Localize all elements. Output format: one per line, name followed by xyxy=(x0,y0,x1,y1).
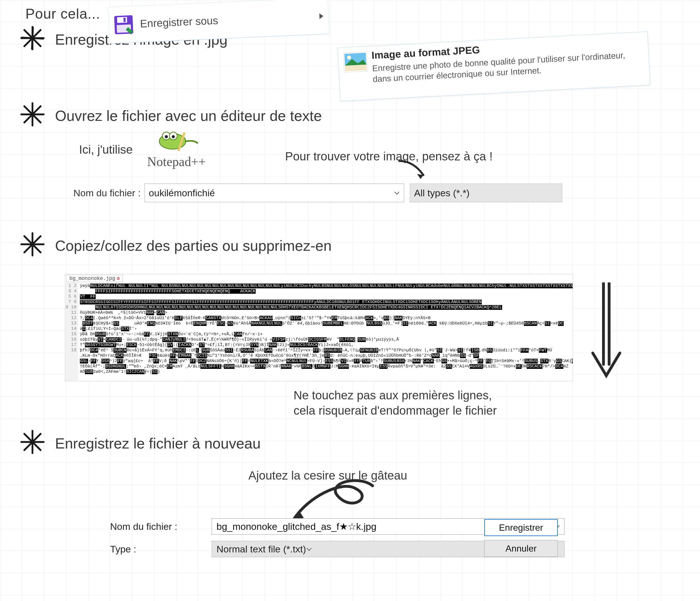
editor-warning-1: Ne touchez pas aux premières lignes, xyxy=(294,389,492,402)
filetype-select[interactable]: All types (*.*) xyxy=(410,184,562,202)
close-tab-icon[interactable]: ⊠ xyxy=(117,275,120,281)
loop-arrow-icon xyxy=(285,477,381,523)
save-type-value: Normal text file (*.txt) xyxy=(217,544,306,555)
editor-tab[interactable]: bg_mononoke.jpg ⊠ xyxy=(66,275,123,282)
type-hint-text: Pour trouver votre image, pensez à ça ! xyxy=(285,150,493,163)
chevron-down-icon xyxy=(306,544,312,555)
bullet-star-icon xyxy=(20,25,45,51)
jpeg-thumb-icon xyxy=(343,51,368,72)
hint-arrow-icon xyxy=(397,158,430,184)
npp-intro-text: Ici, j'utilise xyxy=(79,143,133,157)
bullet-star-icon xyxy=(20,102,45,127)
down-arrow-icon xyxy=(590,283,624,379)
editor-tab-label: bg_mononoke.jpg xyxy=(70,275,115,281)
intro-text: Pour cela... xyxy=(25,6,100,22)
submenu-arrow-icon xyxy=(319,13,323,19)
step-2-text: Ouvrez le fichier avec un éditeur de tex… xyxy=(55,107,322,124)
filename-input[interactable]: oukilémonfichié xyxy=(145,184,404,202)
bullet-star-icon xyxy=(20,232,45,257)
floppy-save-icon xyxy=(112,13,135,36)
notepadpp-name: Notepad++ xyxy=(147,154,206,169)
editor-warning-2: cela risquerait d'endommager le fichier xyxy=(294,404,497,417)
bullet-star-icon xyxy=(20,429,45,455)
filename-value: oukilémonfichié xyxy=(149,188,215,198)
step-4-text: Enregistrez le fichier à nouveau xyxy=(55,435,260,452)
cancel-button[interactable]: Annuler xyxy=(484,540,558,557)
svg-rect-7 xyxy=(117,17,127,23)
save-button[interactable]: Enregistrer xyxy=(484,519,558,536)
line-gutter: 1 2 3 4 5 6 7 8 9 10 11 12 13 14 15 16 1… xyxy=(65,283,78,381)
filename-label: Nom du fichier : xyxy=(73,188,141,198)
text-editor[interactable]: bg_mononoke.jpg ⊠ 1 2 3 4 5 6 7 8 9 10 1… xyxy=(65,274,573,381)
step-3-text: Copiez/collez des parties ou supprimez-e… xyxy=(55,237,332,254)
save-filename-value: bg_mononoke_glitched_as_f★☆k.jpg xyxy=(217,521,377,532)
svg-line-5 xyxy=(22,38,43,39)
svg-rect-8 xyxy=(123,18,126,22)
svg-point-21 xyxy=(165,135,168,138)
save-filename-label: Nom du fichier : xyxy=(110,521,212,532)
svg-rect-13 xyxy=(345,65,367,71)
save-as-label: Enregistrer sous xyxy=(140,15,218,30)
editor-content[interactable]: ÿøÿàNULDCANExifNUL NULNULII*NUL NULBSNUL… xyxy=(78,283,573,381)
notepadpp-logo: Notepad++ xyxy=(140,124,213,172)
filetype-value: All types (*.*) xyxy=(414,188,470,198)
svg-point-22 xyxy=(172,135,175,138)
chevron-down-icon xyxy=(394,188,400,198)
save-type-label: Type : xyxy=(110,544,212,555)
